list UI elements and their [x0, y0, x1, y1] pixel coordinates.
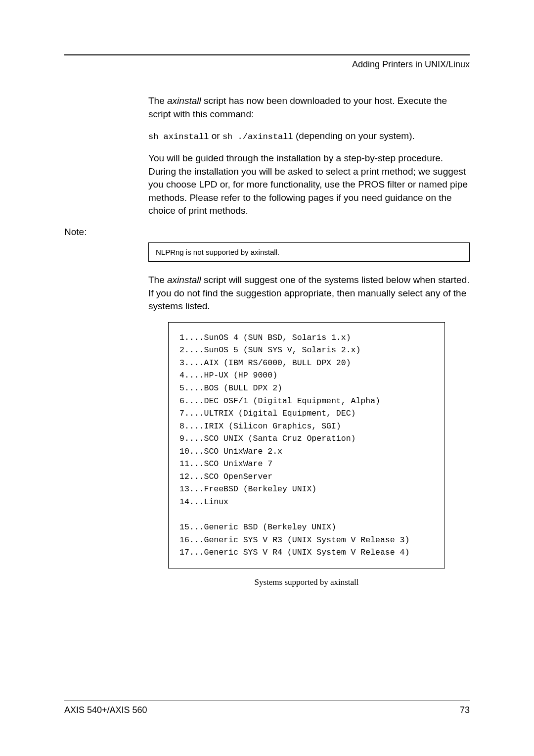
- note-text: NLPRng is not supported by axinstall.: [156, 248, 279, 256]
- cmd2: sh ./axinstall: [222, 132, 293, 142]
- paragraph-intro: The axinstall script has now been downlo…: [148, 94, 470, 121]
- para1-pre: The: [148, 95, 167, 106]
- cmd-mid: or: [209, 131, 222, 141]
- section-header: Adding Printers in UNIX/Linux: [64, 59, 470, 70]
- para3-pre: The: [148, 275, 167, 285]
- para3-italic: axinstall: [167, 275, 201, 285]
- paragraph-systems-intro: The axinstall script will suggest one of…: [148, 274, 470, 313]
- page-footer: AXIS 540+/AXIS 560 73: [64, 701, 470, 715]
- cmd1: sh axinstall: [148, 132, 209, 142]
- note-label: Note:: [64, 227, 470, 237]
- cmd-tail: (depending on your system).: [293, 131, 415, 141]
- command-line: sh axinstall or sh ./axinstall (dependin…: [148, 130, 470, 143]
- para1-italic: axinstall: [167, 95, 201, 106]
- footer-page-number: 73: [460, 705, 470, 715]
- footer-rule: [64, 701, 470, 701]
- paragraph-guide: You will be guided through the installat…: [148, 152, 470, 218]
- note-box: NLPRng is not supported by axinstall.: [148, 242, 470, 262]
- header-rule: [64, 54, 470, 55]
- figure-caption: Systems supported by axinstall: [168, 577, 445, 587]
- footer-product: AXIS 540+/AXIS 560: [64, 705, 147, 715]
- systems-list-box: 1....SunOS 4 (SUN BSD, Solaris 1.x) 2...…: [168, 322, 445, 568]
